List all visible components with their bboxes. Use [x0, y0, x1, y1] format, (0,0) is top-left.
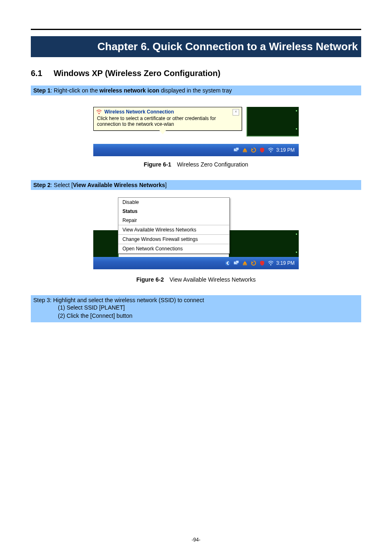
context-menu-open-connections[interactable]: Open Network Connections	[118, 244, 229, 253]
step2-bar: Step 2: Select [View Available Wireless …	[31, 180, 361, 190]
context-menu-view-available[interactable]: View Available Wireless Networks	[118, 225, 229, 234]
step3-block: Step 3: Highlight and select the wireles…	[31, 295, 361, 322]
step1-bold: wireless network icon	[99, 87, 159, 94]
desktop-background-left	[93, 230, 119, 257]
page-number: -94-	[0, 537, 392, 543]
svg-rect-8	[243, 264, 247, 265]
step2-bold: View Available Wireless Networks	[73, 182, 165, 188]
step2-prefix: Step 2	[33, 182, 51, 188]
section-number: 6.1	[31, 69, 42, 78]
chapter-title-bar: Chapter 6. Quick Connection to a Wireles…	[31, 36, 361, 57]
context-menu-group-2: View Available Wireless Networks	[118, 225, 229, 235]
step3-sub2: (2) Click the [Connect] button	[33, 312, 359, 320]
tray-refresh-icon[interactable]	[250, 147, 256, 153]
context-menu: Disable Status Repair View Available Wir…	[118, 197, 230, 254]
fig1-cap-text: Wireless Zero Configuration	[177, 161, 249, 168]
wireless-icon	[96, 109, 102, 115]
step3-text: : Highlight and select the wireless netw…	[50, 297, 204, 303]
step1-t2: displayed in the system tray	[159, 87, 232, 94]
taskbar: 3:19 PM	[93, 257, 299, 269]
svg-point-9	[270, 264, 271, 266]
tray-refresh-icon[interactable]	[250, 260, 256, 266]
section-title: Windows XP (Wireless Zero Configuration)	[53, 69, 220, 78]
step1-prefix: Step 1	[33, 87, 51, 94]
step3-sub1: (1) Select SSID [PLANET]	[33, 303, 359, 312]
figure-6-1-caption: Figure 6-1 Wireless Zero Configuration	[31, 161, 361, 168]
context-menu-group-3: Change Windows Firewall settings	[118, 235, 229, 244]
svg-rect-7	[236, 261, 239, 263]
context-menu-firewall[interactable]: Change Windows Firewall settings	[118, 235, 229, 244]
tray-eject-icon[interactable]	[242, 147, 248, 153]
tray-time: 3:19 PM	[276, 147, 295, 153]
context-menu-status[interactable]: Status	[118, 207, 229, 216]
tray-monitor-icon[interactable]	[233, 147, 239, 153]
step3-sub2-bold: Connect	[92, 312, 113, 319]
context-menu-repair[interactable]: Repair	[118, 216, 229, 225]
svg-rect-3	[243, 151, 247, 152]
desktop-background-right	[229, 230, 299, 257]
tray-chevron-left-icon[interactable]	[224, 260, 231, 266]
context-menu-group-4: Open Network Connections	[118, 244, 229, 253]
tray-shield-icon[interactable]	[259, 147, 265, 153]
balloon-header: Wireless Network Connection	[94, 107, 242, 116]
tray-shield-icon[interactable]	[259, 260, 265, 266]
balloon-body: Click here to select a certificate or ot…	[94, 116, 242, 130]
tray-monitor-icon[interactable]	[233, 260, 239, 266]
wireless-balloon[interactable]: × Wireless Network Connection Click here…	[93, 107, 242, 131]
section-heading: 6.1 Windows XP (Wireless Zero Configurat…	[31, 69, 361, 78]
step3-sub2-post: ] button	[113, 312, 133, 319]
fig2-cap-bold: Figure 6-2	[136, 276, 164, 283]
context-menu-group-1: Disable Status Repair	[118, 198, 229, 225]
step3-line: Step 3: Highlight and select the wireles…	[33, 297, 359, 303]
figure-6-1: × Wireless Network Connection Click here…	[93, 107, 299, 156]
fig2-cap-text: View Available Wireless Networks	[170, 276, 256, 283]
svg-point-4	[270, 151, 271, 153]
svg-rect-2	[236, 148, 239, 150]
step1-bar: Step 1: Right-click on the wireless netw…	[31, 86, 361, 95]
tray-wifi-icon[interactable]	[267, 260, 274, 266]
balloon-title: Wireless Network Connection	[104, 109, 174, 115]
step1-t1: : Right-click on the	[51, 87, 99, 94]
step2-t1: : Select [	[51, 182, 73, 188]
tray-eject-icon[interactable]	[242, 260, 248, 266]
desktop-background	[247, 107, 299, 136]
page: Chapter 6. Quick Connection to a Wireles…	[0, 0, 392, 555]
top-rule	[31, 29, 361, 30]
context-menu-disable[interactable]: Disable	[118, 198, 229, 207]
step3-prefix: Step 3	[33, 297, 50, 303]
svg-point-0	[99, 113, 100, 114]
tray-wifi-icon[interactable]	[267, 147, 274, 153]
taskbar: 3:19 PM	[93, 144, 299, 156]
fig1-cap-bold: Figure 6-1	[144, 161, 171, 168]
balloon-tail	[159, 130, 166, 134]
fig1-wrap: × Wireless Network Connection Click here…	[93, 107, 299, 156]
step3-sub2-pre: (2) Click the [	[58, 312, 92, 319]
figure-6-2-caption: Figure 6-2 View Available Wireless Netwo…	[31, 276, 361, 283]
figure-6-2: Disable Status Repair View Available Wir…	[93, 197, 299, 271]
chapter-title: Chapter 6. Quick Connection to a Wireles…	[97, 40, 361, 53]
tray-time: 3:19 PM	[276, 260, 295, 266]
close-icon[interactable]: ×	[233, 109, 239, 116]
svg-point-5	[225, 261, 230, 266]
step2-t2: ]	[165, 182, 167, 188]
